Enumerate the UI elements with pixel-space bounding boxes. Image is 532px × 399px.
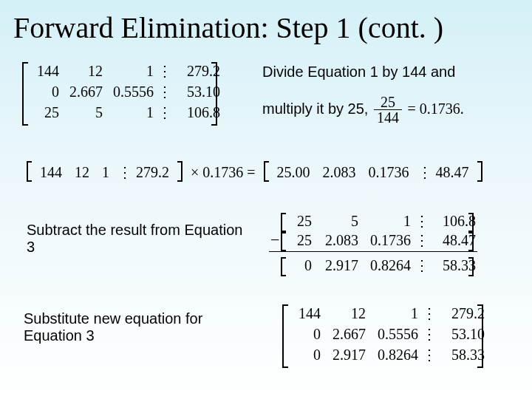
cell: 58.33 xyxy=(432,256,476,275)
matrix-row: 25 2.083 0.1736 ⋮ 48.47 xyxy=(287,231,476,250)
bracket-right-icon xyxy=(477,304,483,368)
matrix-row: 0 2.667 0.5556 ⋮ 53.10 xyxy=(290,324,485,344)
fraction-denominator: 144 xyxy=(374,110,402,125)
aug-separator: ⋮ xyxy=(415,256,428,275)
bracket-left-icon xyxy=(22,62,28,126)
instruction-line-2: multiply it by 25, 25 144 = 0.1736. xyxy=(262,95,464,125)
row-scaling-equation: 144 12 1 ⋮ 279.2 × 0.1736 = 25.00 2.083 … xyxy=(27,161,482,182)
aug-separator: ⋮ xyxy=(417,163,428,181)
aug-separator: ⋮ xyxy=(415,211,428,231)
bracket-left-icon xyxy=(281,213,286,232)
cell: 2.083 xyxy=(318,164,361,181)
cell: 279.2 xyxy=(132,164,174,181)
matrix-row: 144 12 1 ⋮ 279.2 xyxy=(290,303,485,324)
matrix-row: 144 12 1 ⋮ 279.2 xyxy=(28,61,220,81)
cell: 2.083 xyxy=(316,231,358,250)
times-factor: × 0.1736 = xyxy=(186,164,260,181)
matrix-row: 0 2.917 0.8264 ⋮ 58.33 xyxy=(287,256,476,275)
bracket-right-icon xyxy=(211,62,217,126)
cell: 0 xyxy=(290,324,321,344)
aug-separator: ⋮ xyxy=(422,324,437,344)
matrix-row: 0 2.917 0.8264 ⋮ 58.33 xyxy=(290,344,485,365)
bracket-left-icon xyxy=(281,232,286,251)
cell: 0 xyxy=(28,81,59,102)
subtraction-line xyxy=(269,251,477,252)
cell: 144 xyxy=(290,303,321,324)
aug-separator: ⋮ xyxy=(415,231,428,250)
cell: 2.917 xyxy=(324,344,366,365)
instruction-line-2a: multiply it by 25, xyxy=(262,100,372,117)
instruction-line-1: Divide Equation 1 by 144 and xyxy=(262,64,455,81)
cell: 1 xyxy=(106,102,154,123)
cell: 12 xyxy=(63,61,103,81)
bracket-left-icon xyxy=(282,304,288,368)
cell: 12 xyxy=(70,164,94,181)
cell: 2.667 xyxy=(324,324,366,344)
augmented-matrix-initial: 144 12 1 ⋮ 279.2 0 2.667 0.5556 ⋮ 53.10 … xyxy=(28,61,220,123)
fraction-result: = 0.1736. xyxy=(408,100,464,117)
cell: 25 xyxy=(287,211,312,231)
cell: 0.5556 xyxy=(106,81,154,102)
fraction-numerator: 25 xyxy=(374,95,402,110)
cell: 0.1736 xyxy=(362,231,411,250)
matrix-row: 25 5 1 ⋮ 106.8 xyxy=(28,102,220,123)
row-subtraction: − 25 5 1 ⋮ 106.8 25 2.083 0.1736 ⋮ 48.47… xyxy=(287,211,476,250)
cell: 2.917 xyxy=(316,256,358,275)
cell: 0.1736 xyxy=(364,164,414,181)
cell: 1 xyxy=(362,211,411,231)
bracket-left-icon xyxy=(27,161,32,182)
cell: 0.8264 xyxy=(362,256,411,275)
cell: 0 xyxy=(287,256,312,275)
bracket-left-icon xyxy=(264,161,269,182)
cell: 25 xyxy=(287,231,312,250)
bracket-right-icon xyxy=(477,161,482,182)
matrix-row: 25 5 1 ⋮ 106.8 xyxy=(287,211,476,231)
bracket-right-icon xyxy=(468,232,474,251)
substitute-caption: Substitute new equation for Equation 3 xyxy=(24,310,260,344)
subtract-caption: Subtract the result from Equation 3 xyxy=(27,222,248,256)
aug-separator: ⋮ xyxy=(422,303,437,324)
cell: 5 xyxy=(316,211,358,231)
aug-separator: ⋮ xyxy=(422,344,437,365)
cell: 12 xyxy=(324,303,366,324)
cell: 144 xyxy=(28,61,59,81)
cell: 25.00 xyxy=(273,164,315,181)
fraction: 25 144 xyxy=(374,95,402,125)
cell: 5 xyxy=(63,102,103,123)
matrix-row: 0 2.667 0.5556 ⋮ 53.10 xyxy=(28,81,220,102)
cell: 1 xyxy=(369,303,418,324)
cell: 1 xyxy=(98,164,114,181)
aug-separator: ⋮ xyxy=(157,81,172,102)
minus-sign: − xyxy=(270,231,279,250)
cell: 25 xyxy=(28,102,59,123)
augmented-matrix-updated: 144 12 1 ⋮ 279.2 0 2.667 0.5556 ⋮ 53.10 … xyxy=(290,303,485,365)
cell: 48.47 xyxy=(432,164,474,181)
cell: 0 xyxy=(290,344,321,365)
aug-separator: ⋮ xyxy=(117,163,128,181)
aug-separator: ⋮ xyxy=(157,61,172,81)
cell: 1 xyxy=(106,61,154,81)
aug-separator: ⋮ xyxy=(157,102,172,123)
bracket-right-icon xyxy=(177,161,183,182)
slide: Forward Elimination: Step 1 (cont. ) Div… xyxy=(0,0,532,399)
cell: 144 xyxy=(35,164,66,181)
bracket-left-icon xyxy=(281,257,286,276)
cell: 0.5556 xyxy=(369,324,418,344)
cell: 2.667 xyxy=(63,81,103,102)
cell: 0.8264 xyxy=(369,344,418,365)
slide-title: Forward Elimination: Step 1 (cont. ) xyxy=(13,10,443,45)
bracket-right-icon xyxy=(468,213,474,232)
